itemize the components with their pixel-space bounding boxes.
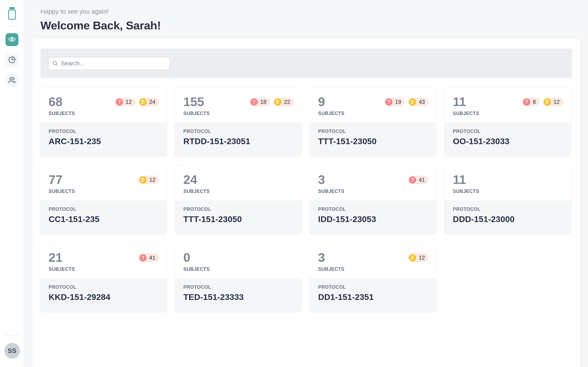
list-icon: [139, 99, 147, 106]
card-subjects-section: 155 SUBJECTS ?1822: [175, 87, 302, 123]
medication-bottle-icon: [7, 17, 17, 21]
protocol-card[interactable]: 11 SUBJECTS ?612 PROTOCOL OO-151-23033: [444, 87, 571, 157]
card-protocol-section: PROTOCOL TTT-151-23050: [310, 123, 436, 156]
badge-group: ?612: [522, 98, 563, 106]
protocol-card[interactable]: 11 SUBJECTS PROTOCOL DDD-151-23000: [444, 165, 571, 234]
protocol-label: PROTOCOL: [49, 129, 159, 134]
subjects-label: SUBJECTS: [453, 189, 563, 194]
protocol-card[interactable]: 155 SUBJECTS ?1822 PROTOCOL RTDD-151-230…: [174, 87, 302, 157]
query-badge: ?19: [384, 98, 405, 106]
subjects-count: 24: [183, 174, 293, 186]
protocol-id: RTDD-151-23051: [183, 137, 293, 146]
badge-count: 18: [260, 99, 267, 105]
protocol-id: IDD-151-23053: [318, 215, 428, 224]
protocol-label: PROTOCOL: [318, 284, 428, 290]
question-icon: ?: [139, 254, 147, 261]
protocol-label: PROTOCOL: [49, 284, 159, 290]
card-protocol-section: PROTOCOL ARC-151-235: [40, 123, 167, 156]
card-subjects-section: 9 SUBJECTS ?1943: [310, 87, 436, 123]
protocol-card[interactable]: 3 SUBJECTS 12 PROTOCOL DD1-151-2351: [309, 243, 437, 312]
protocol-id: OO-151-23033: [453, 137, 563, 146]
subjects-label: SUBJECTS: [453, 111, 563, 116]
protocol-id: CC1-151-235: [49, 215, 159, 224]
search-container: [40, 49, 572, 78]
eye-icon: [8, 35, 16, 44]
badge-group: ?1224: [115, 98, 159, 106]
sidebar-item-overview[interactable]: [6, 33, 18, 46]
content-panel: 68 SUBJECTS ?1224 PROTOCOL ARC-151-235 1…: [33, 39, 580, 367]
badge-group: ?41: [408, 175, 429, 184]
protocol-label: PROTOCOL: [318, 129, 428, 134]
list-icon: [274, 99, 281, 106]
question-icon: ?: [409, 176, 416, 184]
card-protocol-section: PROTOCOL IDD-151-23053: [310, 200, 436, 234]
card-subjects-section: 24 SUBJECTS: [175, 165, 302, 200]
page-header: Happy to see you again! Welcome Back, Sa…: [40, 8, 161, 32]
badge-count: 19: [395, 99, 401, 105]
subjects-label: SUBJECTS: [318, 267, 428, 272]
protocol-id: KKD-151-29284: [49, 292, 159, 302]
protocol-label: PROTOCOL: [318, 207, 428, 212]
query-badge: ?41: [408, 175, 429, 184]
protocol-id: DDD-151-23000: [453, 215, 563, 224]
query-badge: ?12: [115, 98, 135, 106]
protocol-id: ARC-151-235: [49, 137, 159, 146]
card-protocol-section: PROTOCOL CC1-151-235: [40, 200, 167, 234]
sidebar-item-subjects[interactable]: [6, 74, 18, 87]
query-badge: ?6: [522, 98, 540, 106]
card-protocol-section: PROTOCOL OO-151-23033: [444, 123, 571, 156]
badge-group: ?41: [139, 253, 159, 262]
card-subjects-section: 68 SUBJECTS ?1224: [40, 87, 167, 123]
notes-badge: 12: [139, 175, 159, 184]
greeting-subtitle: Happy to see you again!: [40, 8, 161, 16]
badge-count: 12: [126, 99, 132, 105]
protocol-card[interactable]: 77 SUBJECTS 12 PROTOCOL CC1-151-235: [40, 165, 167, 234]
card-protocol-section: PROTOCOL RTDD-151-23051: [175, 123, 302, 156]
protocol-card[interactable]: 24 SUBJECTS PROTOCOL TTT-151-23050: [174, 165, 302, 234]
search-field[interactable]: [48, 57, 170, 70]
subjects-label: SUBJECTS: [49, 267, 159, 272]
badge-group: 12: [408, 253, 429, 262]
search-input[interactable]: [61, 60, 159, 67]
protocol-label: PROTOCOL: [49, 207, 159, 212]
badge-count: 12: [149, 177, 155, 183]
notes-badge: 24: [139, 98, 159, 106]
sidebar-item-reports[interactable]: [6, 54, 18, 67]
badge-count: 22: [284, 99, 290, 105]
app-logo[interactable]: [7, 7, 17, 20]
protocol-id: TTT-151-23050: [183, 215, 293, 224]
notes-badge: 43: [408, 98, 429, 106]
protocol-card[interactable]: 21 SUBJECTS ?41 PROTOCOL KKD-151-29284: [40, 243, 167, 312]
notes-badge: 12: [543, 98, 563, 106]
subjects-label: SUBJECTS: [183, 267, 293, 272]
badge-count: 41: [149, 255, 155, 261]
card-protocol-section: PROTOCOL KKD-151-29284: [40, 278, 167, 312]
subjects-count: 11: [453, 174, 563, 186]
question-icon: ?: [251, 99, 258, 106]
card-protocol-section: PROTOCOL TTT-151-23050: [175, 200, 302, 234]
badge-group: ?1943: [384, 98, 429, 106]
list-icon: [544, 99, 551, 106]
protocol-label: PROTOCOL: [183, 129, 293, 134]
protocol-card[interactable]: 9 SUBJECTS ?1943 PROTOCOL TTT-151-23050: [309, 87, 437, 157]
protocol-card[interactable]: 68 SUBJECTS ?1224 PROTOCOL ARC-151-235: [40, 87, 167, 157]
badge-count: 24: [149, 99, 155, 105]
protocol-label: PROTOCOL: [183, 284, 293, 290]
subjects-label: SUBJECTS: [318, 189, 428, 194]
badge-group: 12: [139, 175, 159, 184]
protocol-label: PROTOCOL: [453, 207, 563, 212]
user-avatar[interactable]: SS: [4, 343, 20, 359]
subjects-label: SUBJECTS: [49, 189, 159, 194]
protocol-id: TTT-151-23050: [318, 137, 428, 146]
card-protocol-section: PROTOCOL DDD-151-23000: [444, 200, 571, 234]
notes-badge: 12: [408, 253, 429, 262]
pie-chart-icon: [8, 56, 16, 64]
protocol-card[interactable]: 3 SUBJECTS ?41 PROTOCOL IDD-151-23053: [309, 165, 437, 234]
protocol-card[interactable]: 0 SUBJECTS PROTOCOL TED-151-23333: [174, 243, 302, 312]
card-subjects-section: 3 SUBJECTS ?41: [310, 165, 436, 200]
list-icon: [139, 176, 147, 184]
badge-count: 12: [419, 255, 425, 261]
protocol-id: TED-151-23333: [183, 292, 293, 302]
query-badge: ?18: [250, 98, 270, 106]
subjects-count: 0: [183, 251, 293, 264]
